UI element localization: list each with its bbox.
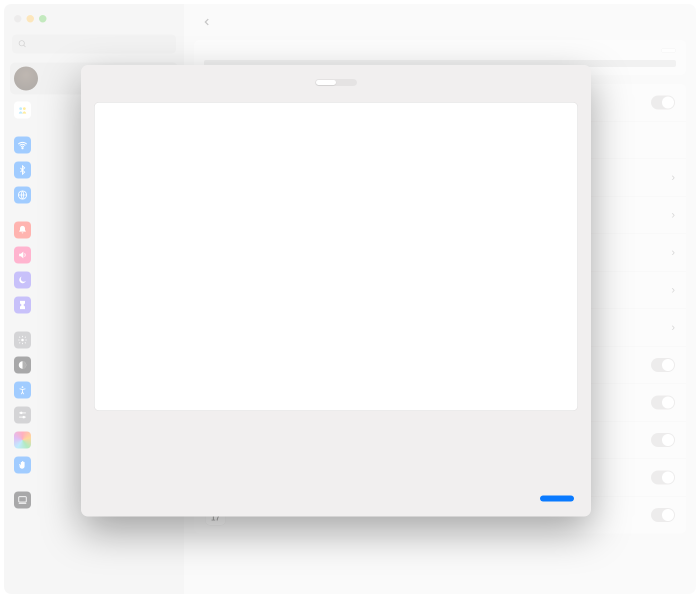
tab-documents[interactable] [316,80,336,85]
icloud-documents-sheet [81,65,591,516]
tab-lookmeup[interactable] [336,80,356,85]
tab-segment [315,79,357,86]
app-checkbox-list [94,102,578,411]
done-button[interactable] [540,496,574,502]
modal-description [81,95,591,102]
